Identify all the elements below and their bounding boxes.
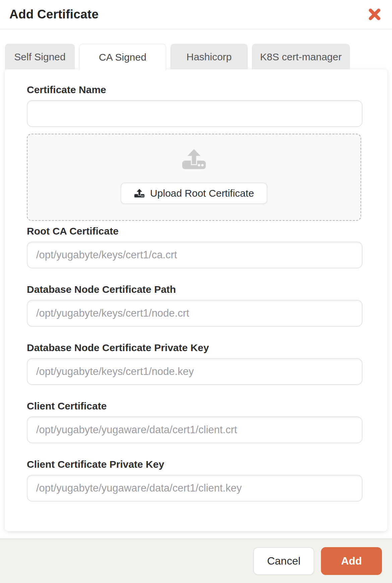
client-certificate-private-key-label: Client Certificate Private Key <box>27 459 367 470</box>
root-ca-certificate-input[interactable] <box>27 242 363 268</box>
database-node-certificate-private-key-input[interactable] <box>27 358 363 385</box>
root-certificate-dropzone[interactable]: Upload Root Certificate <box>27 134 361 221</box>
tab-ca-signed[interactable]: CA Signed <box>79 44 166 70</box>
close-button[interactable] <box>367 7 382 22</box>
tab-panel-ca-signed: Certificate Name Upload Root Certificate <box>5 69 387 531</box>
tab-bar: Self Signed CA Signed Hashicorp K8S cert… <box>5 44 392 69</box>
field-client-certificate: Client Certificate <box>27 400 367 443</box>
cancel-button[interactable]: Cancel <box>253 547 314 575</box>
client-certificate-label: Client Certificate <box>27 400 367 412</box>
field-root-ca-certificate: Root CA Certificate <box>27 225 367 268</box>
tab-self-signed[interactable]: Self Signed <box>5 44 75 69</box>
dialog-footer: Cancel Add <box>0 538 392 583</box>
upload-icon <box>134 189 145 198</box>
root-ca-certificate-label: Root CA Certificate <box>27 225 367 237</box>
dialog-title: Add Certificate <box>9 7 99 21</box>
upload-icon <box>181 149 207 170</box>
dialog-header: Add Certificate <box>0 0 392 29</box>
client-certificate-private-key-input[interactable] <box>27 475 363 502</box>
close-icon <box>368 8 381 21</box>
field-database-node-certificate-path: Database Node Certificate Path <box>27 284 367 327</box>
database-node-certificate-path-input[interactable] <box>27 300 363 327</box>
tab-hashicorp[interactable]: Hashicorp <box>171 44 248 69</box>
upload-root-certificate-label: Upload Root Certificate <box>150 188 254 199</box>
field-client-certificate-private-key: Client Certificate Private Key <box>27 459 367 502</box>
field-database-node-certificate-private-key: Database Node Certificate Private Key <box>27 342 367 385</box>
tab-k8s-cert-manager[interactable]: K8S cert-manager <box>252 44 350 69</box>
certificate-name-input[interactable] <box>27 100 363 127</box>
database-node-certificate-private-key-label: Database Node Certificate Private Key <box>27 342 367 353</box>
certificate-name-label: Certificate Name <box>27 84 367 95</box>
add-button[interactable]: Add <box>321 547 382 575</box>
client-certificate-input[interactable] <box>27 416 363 443</box>
database-node-certificate-path-label: Database Node Certificate Path <box>27 284 367 295</box>
upload-root-certificate-button[interactable]: Upload Root Certificate <box>121 183 267 204</box>
